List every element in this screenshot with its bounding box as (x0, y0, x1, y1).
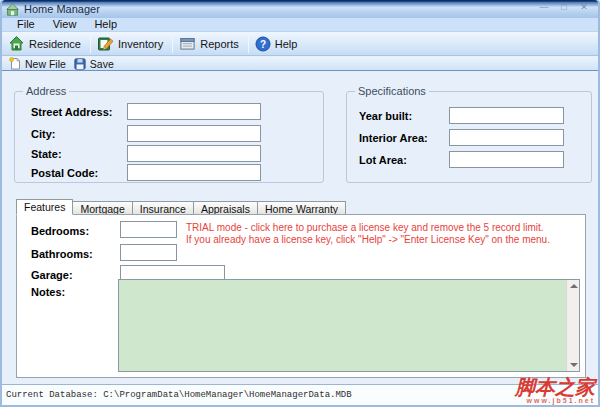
address-groupbox: Address Street Address: City: State: Pos… (14, 91, 324, 183)
titlebar[interactable]: Home Manager — □ ✕ (2, 0, 598, 18)
interior-area-input[interactable] (449, 129, 564, 146)
new-file-icon (9, 57, 21, 70)
status-bar: Current Database: C:\ProgramData\HomeMan… (2, 384, 598, 405)
bedrooms-input[interactable] (120, 221, 177, 238)
bedrooms-label: Bedrooms: (31, 225, 89, 237)
reports-window-icon (179, 35, 196, 52)
lot-area-label: Lot Area: (359, 154, 407, 166)
window-controls: — □ ✕ (538, 2, 590, 13)
lot-area-input[interactable] (449, 151, 564, 168)
new-file-button[interactable]: New File (7, 57, 72, 70)
tab-features[interactable]: Features (16, 199, 73, 215)
notes-label: Notes: (31, 286, 65, 298)
toolbar-separator (248, 35, 249, 53)
inventory-button-label: Inventory (118, 38, 163, 50)
scroll-down-icon[interactable] (570, 363, 578, 367)
specifications-group-title: Specifications (355, 85, 429, 97)
reports-button[interactable]: Reports (176, 33, 245, 54)
reports-button-label: Reports (200, 38, 239, 50)
app-window: Home Manager — □ ✕ File View Help (0, 0, 600, 407)
inventory-button[interactable]: Inventory (94, 33, 169, 54)
app-icon (6, 3, 19, 16)
menu-view[interactable]: View (44, 18, 86, 31)
toolbar-separator (90, 35, 91, 53)
city-label: City: (31, 128, 55, 140)
menu-help[interactable]: Help (85, 18, 126, 31)
file-toolbar: New File Save (2, 57, 598, 71)
tab-strip: Features Mortgage Insurance Appraisals H… (16, 199, 346, 215)
city-input[interactable] (127, 125, 261, 142)
state-input[interactable] (127, 145, 261, 162)
help-button-label: Help (275, 38, 298, 50)
window-title: Home Manager (24, 3, 100, 15)
residence-button-label: Residence (29, 38, 81, 50)
inventory-notebook-icon (97, 35, 114, 52)
trial-notice-line2: If you already have a license key, click… (186, 234, 578, 246)
tab-insurance[interactable]: Insurance (133, 201, 194, 215)
address-group-title: Address (23, 85, 69, 97)
street-address-label: Street Address: (31, 106, 113, 118)
toolbar-separator (172, 35, 173, 53)
bathrooms-label: Bathrooms: (31, 248, 93, 260)
notes-field (118, 279, 580, 372)
bathrooms-input[interactable] (120, 244, 177, 261)
minimize-button[interactable]: — (538, 2, 550, 13)
help-question-icon: ? (255, 36, 271, 52)
state-label: State: (31, 148, 62, 160)
notes-scrollbar[interactable] (566, 280, 579, 371)
window-frame: Home Manager — □ ✕ File View Help (0, 0, 600, 407)
garage-label: Garage: (31, 269, 73, 281)
specifications-groupbox: Specifications Year built: Interior Area… (346, 91, 592, 183)
street-address-input[interactable] (127, 103, 261, 120)
close-button[interactable]: ✕ (578, 2, 590, 13)
scroll-up-icon[interactable] (570, 284, 578, 288)
tab-appraisals[interactable]: Appraisals (194, 201, 258, 215)
year-built-label: Year built: (359, 110, 412, 122)
residence-house-icon (8, 35, 25, 52)
save-button-label: Save (90, 58, 114, 70)
interior-area-label: Interior Area: (359, 132, 428, 144)
client-area: Address Street Address: City: State: Pos… (2, 72, 598, 384)
trial-mode-notice[interactable]: TRIAL mode - click here to purchase a li… (186, 222, 578, 246)
postal-code-input[interactable] (127, 164, 261, 181)
svg-text:?: ? (260, 39, 266, 50)
tab-home-warranty[interactable]: Home Warranty (258, 201, 346, 215)
notes-textarea[interactable] (119, 280, 566, 371)
residence-button[interactable]: Residence (5, 33, 87, 54)
features-tab-panel: Bedrooms: Bathrooms: Garage: TRIAL mode … (16, 214, 586, 378)
help-button[interactable]: ? Help (252, 34, 304, 54)
save-button[interactable]: Save (72, 58, 120, 70)
menu-bar: File View Help (2, 18, 598, 32)
new-file-button-label: New File (25, 58, 66, 70)
menu-file[interactable]: File (8, 18, 44, 31)
year-built-input[interactable] (449, 107, 564, 124)
current-database-status: Current Database: C:\ProgramData\HomeMan… (6, 390, 352, 400)
tab-mortgage[interactable]: Mortgage (73, 201, 132, 215)
save-floppy-icon (74, 58, 86, 70)
trial-notice-line1[interactable]: TRIAL mode - click here to purchase a li… (186, 222, 578, 234)
maximize-button[interactable]: □ (558, 2, 570, 13)
postal-code-label: Postal Code: (31, 167, 98, 179)
main-toolbar: Residence Inventory (2, 32, 598, 56)
